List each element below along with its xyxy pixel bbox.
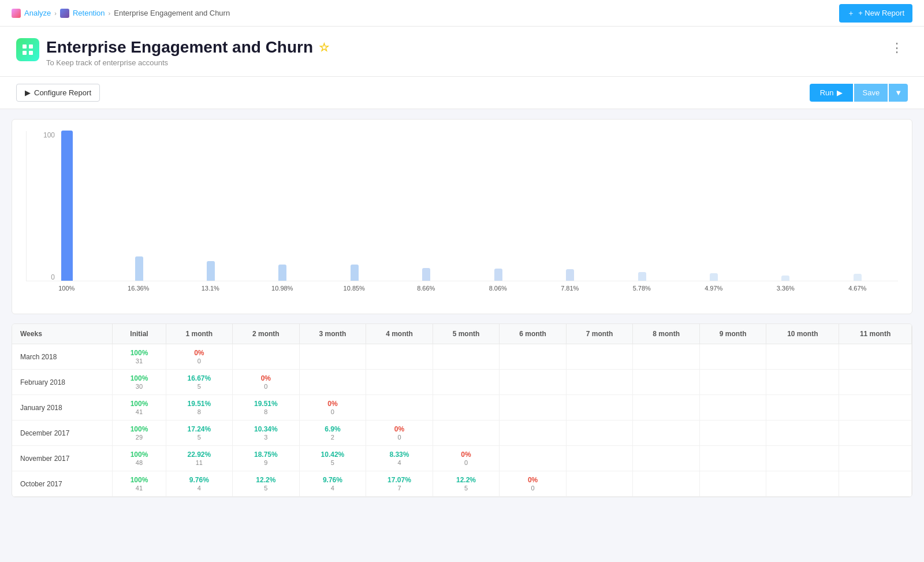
bar-group-5 bbox=[390, 131, 462, 281]
cell-1-11 bbox=[839, 370, 912, 395]
cell-3-11 bbox=[839, 420, 912, 446]
cell-2-2: 19.51%8 bbox=[233, 395, 300, 420]
bar-group-6 bbox=[463, 131, 534, 281]
cell-4-7 bbox=[566, 446, 633, 471]
cell-5-1: 9.76%4 bbox=[166, 471, 233, 497]
bar-10 bbox=[781, 276, 789, 281]
table-header-initial: Initial bbox=[113, 324, 166, 344]
bar-group-11 bbox=[822, 131, 893, 281]
breadcrumb-sep-2: › bbox=[109, 10, 111, 17]
bar-11 bbox=[854, 274, 862, 281]
cell-3-8 bbox=[633, 420, 700, 446]
more-options-button[interactable]: ⋮ bbox=[886, 38, 908, 58]
new-report-button[interactable]: ＋ + New Report bbox=[839, 4, 912, 23]
cell-week-2: January 2018 bbox=[12, 395, 113, 420]
cell-0-10 bbox=[766, 344, 839, 370]
cell-2-0: 100%41 bbox=[113, 395, 166, 420]
cell-0-1: 0%0 bbox=[166, 344, 233, 370]
chart-card: 100 0 100%16.36%13.1%10.98%10.85%8.66%8.… bbox=[12, 119, 912, 314]
bar-label-7: 7.81% bbox=[534, 281, 606, 292]
table-header-7-month: 7 month bbox=[566, 324, 633, 344]
cell-2-4 bbox=[366, 395, 433, 420]
cell-2-1: 19.51%8 bbox=[166, 395, 233, 420]
bar-label-3: 10.98% bbox=[247, 281, 319, 292]
breadcrumb-retention[interactable]: Retention bbox=[73, 9, 105, 17]
bar-9 bbox=[710, 273, 718, 281]
configure-report-button[interactable]: ▶ Configure Report bbox=[16, 84, 100, 102]
cell-week-5: October 2017 bbox=[12, 471, 113, 497]
breadcrumb-analyze[interactable]: Analyze bbox=[24, 9, 51, 17]
cell-5-4: 17.07%7 bbox=[366, 471, 433, 497]
cell-5-8 bbox=[633, 471, 700, 497]
cell-2-7 bbox=[566, 395, 633, 420]
bar-1 bbox=[135, 256, 143, 281]
cell-4-6 bbox=[500, 446, 567, 471]
retention-icon bbox=[60, 9, 69, 18]
cell-1-6 bbox=[500, 370, 567, 395]
table-row: November 2017100%4822.92%1118.75%910.42%… bbox=[12, 446, 912, 471]
new-report-label: + New Report bbox=[858, 9, 904, 17]
breadcrumb-sep-1: › bbox=[54, 10, 57, 17]
table-header-5-month: 5 month bbox=[433, 324, 500, 344]
cell-0-3 bbox=[299, 344, 366, 370]
y-label-100: 100 bbox=[43, 131, 55, 139]
bars-container bbox=[26, 131, 898, 281]
cell-4-3: 10.42%5 bbox=[299, 446, 366, 471]
svg-rect-0 bbox=[23, 44, 27, 49]
cell-2-8 bbox=[633, 395, 700, 420]
cell-1-0: 100%30 bbox=[113, 370, 166, 395]
page-title: Enterprise Engagement and Churn ☆ bbox=[46, 38, 329, 57]
cell-3-3: 6.9%2 bbox=[299, 420, 366, 446]
bar-group-7 bbox=[534, 131, 606, 281]
cell-2-10 bbox=[766, 395, 839, 420]
bar-labels-row: 100%16.36%13.1%10.98%10.85%8.66%8.06%7.8… bbox=[26, 281, 898, 292]
cell-0-9 bbox=[699, 344, 766, 370]
cell-1-4 bbox=[366, 370, 433, 395]
bar-4 bbox=[351, 265, 359, 281]
bar-8 bbox=[638, 272, 646, 281]
cell-4-0: 100%48 bbox=[113, 446, 166, 471]
bar-group-2 bbox=[175, 131, 247, 281]
cell-0-0: 100%31 bbox=[113, 344, 166, 370]
cell-week-0: March 2018 bbox=[12, 344, 113, 370]
toolbar-right: Run ▶ Save ▼ bbox=[810, 84, 908, 102]
bar-6 bbox=[494, 269, 502, 281]
table-header-8-month: 8 month bbox=[633, 324, 700, 344]
cell-0-2 bbox=[233, 344, 300, 370]
star-icon[interactable]: ☆ bbox=[319, 40, 329, 54]
bar-group-3 bbox=[247, 131, 318, 281]
table-header-weeks: Weeks bbox=[12, 324, 113, 344]
bar-2 bbox=[207, 261, 215, 281]
table-row: February 2018100%3016.67%50%0 bbox=[12, 370, 912, 395]
run-label: Run bbox=[820, 88, 834, 97]
save-dropdown-button[interactable]: ▼ bbox=[889, 84, 908, 102]
save-button[interactable]: Save bbox=[854, 84, 888, 102]
page-header-left: Enterprise Engagement and Churn ☆ To Kee… bbox=[16, 38, 329, 67]
run-button[interactable]: Run ▶ bbox=[810, 84, 854, 102]
cell-3-6 bbox=[500, 420, 567, 446]
cell-3-2: 10.34%3 bbox=[233, 420, 300, 446]
breadcrumb: Analyze › Retention › Enterprise Engagem… bbox=[12, 9, 230, 18]
breadcrumb-current: Enterprise Engagement and Churn bbox=[114, 9, 230, 17]
cell-1-8 bbox=[633, 370, 700, 395]
cell-week-4: November 2017 bbox=[12, 446, 113, 471]
main-content: 100 0 100%16.36%13.1%10.98%10.85%8.66%8.… bbox=[0, 110, 924, 507]
cell-5-7 bbox=[566, 471, 633, 497]
plus-icon: ＋ bbox=[847, 8, 855, 18]
cell-5-0: 100%41 bbox=[113, 471, 166, 497]
cell-3-4: 0%0 bbox=[366, 420, 433, 446]
cell-0-7 bbox=[566, 344, 633, 370]
cell-3-5 bbox=[433, 420, 500, 446]
cell-2-9 bbox=[699, 395, 766, 420]
toolbar: ▶ Configure Report Run ▶ Save ▼ bbox=[0, 77, 924, 109]
cell-3-10 bbox=[766, 420, 839, 446]
bar-group-1 bbox=[103, 131, 174, 281]
cell-4-9 bbox=[699, 446, 766, 471]
top-nav: Analyze › Retention › Enterprise Engagem… bbox=[0, 0, 924, 27]
table-header-1-month: 1 month bbox=[166, 324, 233, 344]
cell-0-11 bbox=[839, 344, 912, 370]
cell-1-1: 16.67%5 bbox=[166, 370, 233, 395]
bar-label-11: 4.67% bbox=[822, 281, 894, 292]
chart-y-axis: 100 0 bbox=[26, 131, 61, 281]
table-card: WeeksInitial1 month2 month3 month4 month… bbox=[12, 323, 912, 497]
